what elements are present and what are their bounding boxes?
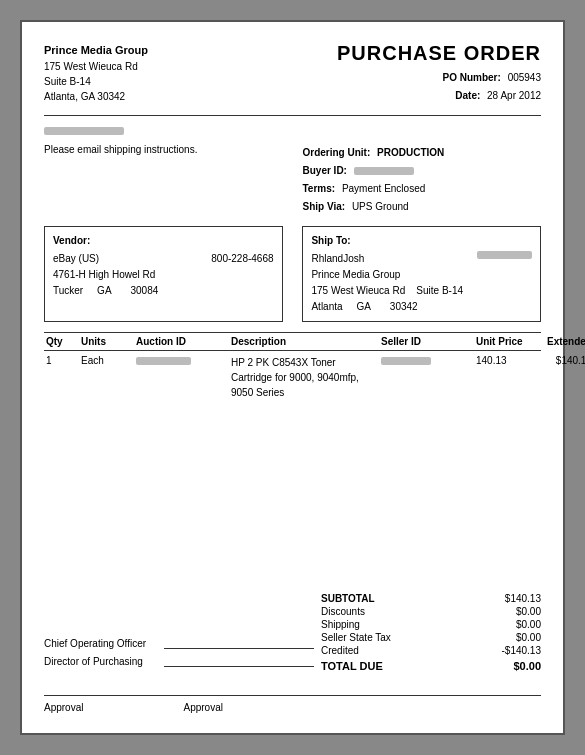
credited-label: Credited: [321, 645, 359, 656]
table-header: Qty Units Auction ID Description Seller …: [44, 332, 541, 351]
po-date-value: 28 Apr 2012: [487, 90, 541, 101]
ship-to-city-state-zip: Atlanta GA 30342: [311, 299, 532, 315]
vendor-city-state-zip: Tucker GA 30084: [53, 283, 274, 299]
sig-dop-label: Director of Purchasing: [44, 656, 164, 667]
credited-value: -$140.13: [502, 645, 541, 656]
vendor-ship-row: Vendor: eBay (US) 800-228-4668 4761-H Hi…: [44, 226, 541, 322]
subtotal-value: $140.13: [505, 593, 541, 604]
po-number-row: PO Number: 005943: [337, 69, 541, 87]
po-number-value: 005943: [508, 72, 541, 83]
discounts-label: Discounts: [321, 606, 365, 617]
desc-line3: 9050 Series: [231, 385, 377, 400]
credited-row: Credited -$140.13: [321, 644, 541, 657]
subtotal-row: SUBTOTAL $140.13: [321, 592, 541, 605]
ship-to-address-row: 175 West Wieuca Rd Suite B-14: [311, 283, 532, 299]
auction-id-redacted: [136, 357, 191, 365]
company-address2: Suite B-14: [44, 74, 148, 89]
ship-to-contact-redacted: [477, 251, 532, 259]
vendor-name: eBay (US): [53, 251, 99, 267]
ordering-unit-row: Ordering Unit: PRODUCTION: [303, 144, 542, 162]
instructions-text: Please email shipping instructions.: [44, 144, 197, 155]
header: Prince Media Group 175 West Wieuca Rd Su…: [44, 42, 541, 105]
ship-to-address1: 175 West Wieuca Rd: [311, 285, 405, 296]
subtotal-label: SUBTOTAL: [321, 593, 375, 604]
vendor-zip: 30084: [130, 285, 158, 296]
cell-extended: $140.13: [539, 355, 585, 400]
desc-line2: Cartridge for 9000, 9040mfp,: [231, 370, 377, 385]
terms-row: Terms: Payment Enclosed: [303, 180, 542, 198]
instructions-right: Ordering Unit: PRODUCTION Buyer ID: Term…: [303, 144, 542, 216]
ship-to-zip: 30342: [390, 301, 418, 312]
seller-id-redacted: [381, 357, 431, 365]
ship-to-suite: Suite B-14: [416, 285, 463, 296]
po-date-row: Date: 28 Apr 2012: [337, 87, 541, 105]
company-address1: 175 West Wieuca Rd: [44, 59, 148, 74]
cell-unit-price: 140.13: [474, 355, 539, 400]
instructions-left: Please email shipping instructions.: [44, 144, 303, 216]
approval-2: Approval: [183, 702, 222, 713]
col-auction-id: Auction ID: [134, 336, 229, 347]
approval-1: Approval: [44, 702, 83, 713]
ordering-unit-value: PRODUCTION: [377, 147, 444, 158]
ship-via-label: Ship Via:: [303, 201, 346, 212]
total-due-row: TOTAL DUE $0.00: [321, 659, 541, 673]
company-name: Prince Media Group: [44, 42, 148, 59]
vendor-name-phone: eBay (US) 800-228-4668: [53, 251, 274, 267]
po-header-right: PURCHASE ORDER PO Number: 005943 Date: 2…: [337, 42, 541, 105]
vendor-city: Tucker: [53, 285, 83, 296]
seller-state-tax-label: Seller State Tax: [321, 632, 391, 643]
company-info: Prince Media Group 175 West Wieuca Rd Su…: [44, 42, 148, 104]
ship-to-state: GA: [357, 301, 371, 312]
po-number-label: PO Number:: [443, 72, 501, 83]
vendor-label: Vendor:: [53, 233, 274, 249]
total-due-label: TOTAL DUE: [321, 660, 383, 672]
po-title: PURCHASE ORDER: [337, 42, 541, 65]
col-qty: Qty: [44, 336, 79, 347]
cell-description: HP 2 PK C8543X Toner Cartridge for 9000,…: [229, 355, 379, 400]
ship-via-row: Ship Via: UPS Ground: [303, 198, 542, 216]
sig-dop-line[interactable]: [164, 655, 314, 667]
seller-state-tax-value: $0.00: [516, 632, 541, 643]
header-divider: [44, 115, 541, 116]
buyer-id-row: Buyer ID:: [303, 162, 542, 180]
seller-state-tax-row: Seller State Tax $0.00: [321, 631, 541, 644]
desc-line1: HP 2 PK C8543X Toner: [231, 355, 377, 370]
cell-auction-id: [134, 355, 229, 400]
col-units: Units: [79, 336, 134, 347]
col-seller-id: Seller ID: [379, 336, 474, 347]
redacted-bar-top: [44, 124, 541, 136]
ship-to-label: Ship To:: [311, 233, 532, 249]
redacted-stamp: [44, 127, 124, 135]
shipping-label: Shipping: [321, 619, 360, 630]
cell-seller-id: [379, 355, 474, 400]
ship-to-company: Prince Media Group: [311, 267, 532, 283]
cell-units: Each: [79, 355, 134, 400]
vendor-phone: 800-228-4668: [211, 251, 273, 267]
sig-coo-row: Chief Operating Officer: [44, 637, 314, 649]
purchase-order-page: Prince Media Group 175 West Wieuca Rd Su…: [20, 20, 565, 735]
ordering-unit-label: Ordering Unit:: [303, 147, 371, 158]
total-due-value: $0.00: [513, 660, 541, 672]
totals-section: SUBTOTAL $140.13 Discounts $0.00 Shippin…: [321, 592, 541, 673]
buyer-id-redacted: [354, 167, 414, 175]
company-address3: Atlanta, GA 30342: [44, 89, 148, 104]
vendor-state: GA: [97, 285, 111, 296]
ship-to-city: Atlanta: [311, 301, 342, 312]
approval-row: Approval Approval: [44, 695, 541, 713]
sig-dop-row: Director of Purchasing: [44, 655, 314, 667]
sig-coo-label: Chief Operating Officer: [44, 638, 164, 649]
vendor-box: Vendor: eBay (US) 800-228-4668 4761-H Hi…: [44, 226, 283, 322]
shipping-row: Shipping $0.00: [321, 618, 541, 631]
terms-value: Payment Enclosed: [342, 183, 425, 194]
ship-to-contact-row: RhlandJosh: [311, 251, 532, 267]
discounts-value: $0.00: [516, 606, 541, 617]
discounts-row: Discounts $0.00: [321, 605, 541, 618]
buyer-id-label: Buyer ID:: [303, 165, 347, 176]
ship-via-value: UPS Ground: [352, 201, 409, 212]
sig-coo-line[interactable]: [164, 637, 314, 649]
vendor-address1: 4761-H High Howel Rd: [53, 267, 274, 283]
shipping-value: $0.00: [516, 619, 541, 630]
po-details: PO Number: 005943 Date: 28 Apr 2012: [337, 69, 541, 105]
ship-to-box: Ship To: RhlandJosh Prince Media Group 1…: [302, 226, 541, 322]
col-description: Description: [229, 336, 379, 347]
